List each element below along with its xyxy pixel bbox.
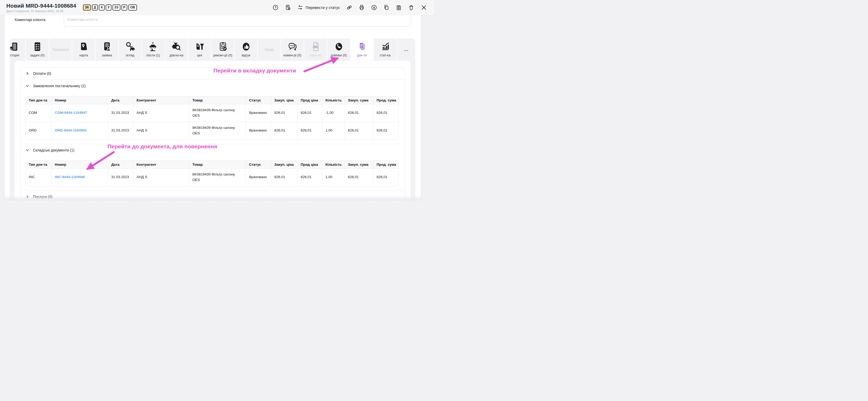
column-header: Кількість [322,161,345,168]
transfer-status-button[interactable]: Перевести у статус [297,4,340,10]
cell: ORD-9444-1164945 [52,122,108,140]
tab-map[interactable]: карта [72,38,95,61]
print-button[interactable] [359,4,365,10]
column-header: Дата [108,161,133,168]
table-row: INCINC-9444-116494631.03.2023АНД S8K0819… [26,168,399,186]
status-badge-К: К [99,4,104,10]
cell: INC-9444-1164946 [52,168,108,186]
cell: 1,00 [322,168,345,186]
column-header: Прод. сума [373,161,399,168]
page-title: Новий MRD-9444-1008684 [6,3,76,9]
annotation-open-return-doc: Перейти до документа, для повернення [107,143,217,150]
tab-label: комен-рі (0) [283,54,302,57]
help-button[interactable]: ? [273,4,279,10]
transfer-arrows-icon [297,4,303,10]
column-header: Прод ціна [298,161,322,168]
section-title: Послуги (0) [33,195,53,199]
section-services[interactable]: Послуги (0) [21,191,405,201]
header-toolbar: ? Перевести у статус $ [273,4,427,11]
copy-link-button[interactable] [346,4,352,10]
column-header: Статус [246,161,271,168]
section-payments[interactable]: Оплати (0) [21,67,405,80]
workshop-icon [194,41,205,52]
money-button[interactable]: $ [371,4,377,10]
cell: 826,01 [271,122,298,140]
cell: 31.03.2023 [108,104,133,122]
tab-calls[interactable]: дзвінки (0) [328,38,350,61]
feedback-icon [241,41,251,52]
close-button[interactable] [421,4,427,11]
tab-label: карта [80,54,88,57]
history-icon [10,41,20,52]
status-badge-Д: Д [92,4,98,10]
duplicate-button[interactable] [383,4,390,10]
stats-icon [380,41,391,52]
column-header: Товар [189,96,246,104]
tab-docs[interactable]: док-ти [351,38,373,61]
cell: 826,01 [298,168,322,186]
status-badge-ЗЗ: ЗЗ [113,4,120,10]
table-header-row: Тип док-таНомерДатаКонтрагентТоварСтатус… [26,161,399,168]
tab-request[interactable]: заявка [96,38,118,61]
dollar-circle-icon: $ [371,4,377,10]
column-header: Номер [52,96,108,104]
cell: 826,01 [271,168,298,186]
tab-posts[interactable]: пости (1) [142,38,164,61]
tab-label: заявка [102,54,112,57]
section-title: Оплати (0) [33,71,51,75]
client-comment-label: Коментарі клієнта [15,15,64,22]
cell: 31.03.2023 [108,122,133,140]
column-header: Закуп. сума [345,96,373,104]
tab-label: док-ти [357,54,367,57]
tabs-more-button[interactable]: ... [397,38,415,61]
chevron-down-icon [26,84,29,88]
svg-text:$: $ [373,6,375,9]
tab-stats[interactable]: стат-ка [374,38,396,61]
cell: ORD [26,122,52,140]
tab-inspection[interactable]: огляд [119,38,141,61]
creation-date: Дата Створення: 31 березня 2023, 14:28 [6,9,76,13]
tab-workshop[interactable]: цех [188,38,211,61]
table-row: ORDORD-9444-116494531.03.2023АНД S8K0819… [26,122,399,140]
cell: 8K0819439 Фільтр салону OES [189,122,246,140]
document-check-button[interactable] [285,4,291,10]
tab-label: задачі (0) [30,54,44,57]
save-button[interactable] [396,4,402,10]
cell: 8K0819439 Фільтр салону OES [189,168,246,186]
tab-diagnostics[interactable]: діагно-ка [165,38,188,61]
status-badge-ОВ: ОВ [128,4,137,10]
cell: COM-9444-1164947 [52,104,108,122]
tab-label: відгук [242,54,250,57]
tab-other[interactable]: Інше [258,38,280,61]
document-link[interactable]: COM-9444-1164947 [55,111,87,115]
column-header: Закуп. сума [345,161,373,168]
tab-history[interactable]: історія [10,38,25,61]
chevron-right-icon [26,72,29,75]
section-title: Складські документи (1) [33,148,74,152]
annotation-open-docs-tab: Перейти в вкладку документи [213,67,296,74]
svg-text:LOG: LOG [313,46,317,48]
client-comment-input[interactable] [64,15,411,27]
delete-button[interactable] [408,4,414,10]
tab-processes[interactable]: Процеси [49,38,72,61]
document-link[interactable]: INC-9444-1164946 [55,175,85,179]
cell: Враховано [246,168,271,186]
tab-feedback[interactable]: відгук [235,38,257,61]
trash-icon [408,4,414,10]
cell: АНД S [133,122,189,140]
tab-tasks[interactable]: задачі (0) [26,38,49,61]
tab-logs[interactable]: LOGлоги н/з [304,38,327,61]
section-title: Замовлення постачальнику (2) [33,84,86,88]
tab-comments[interactable]: комен-рі (0) [281,38,304,61]
tasks-icon [32,41,43,52]
recommendations-icon [218,41,228,52]
column-header: Контрагент [133,161,189,168]
section-supplier-orders[interactable]: Замовлення постачальнику (2) [21,80,405,92]
column-header: Прод. сума [373,96,399,104]
tab-label: стат-ка [380,54,391,57]
comments-icon [287,41,298,52]
tab-recommendations[interactable]: реком-ції (0) [212,38,234,61]
documents-tab-content: Оплати (0) Замовлення постачальнику (2) … [14,61,410,201]
client-comment-row: Коментарі клієнта [5,15,421,27]
document-link[interactable]: ORD-9444-1164945 [55,128,87,132]
